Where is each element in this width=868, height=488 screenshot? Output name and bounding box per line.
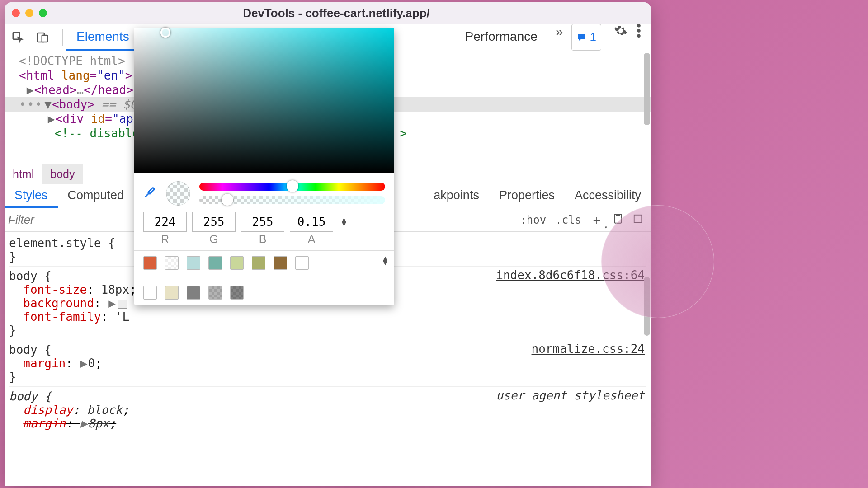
issues-badge[interactable]: 1	[571, 24, 601, 51]
zoom-window[interactable]	[39, 9, 47, 17]
window-controls	[12, 9, 47, 17]
cp-current-color	[166, 181, 190, 206]
svg-point-3	[637, 24, 641, 28]
cp-b-label: B	[241, 233, 284, 246]
window-title: DevTools - coffee-cart.netlify.app/	[56, 6, 617, 20]
dom-doctype: <!DOCTYPE html>	[19, 54, 125, 68]
dom-scrollbar[interactable]	[644, 53, 650, 125]
breadcrumb-html[interactable]: html	[5, 164, 42, 184]
device-toolbar-icon[interactable]	[34, 29, 51, 46]
settings-icon[interactable]	[614, 24, 627, 51]
cp-r-input[interactable]	[143, 212, 187, 232]
tab-breakpoints-fragment[interactable]: akpoints	[424, 184, 489, 208]
cp-value-inputs: ▲▼	[134, 208, 394, 233]
swatch[interactable]	[187, 256, 200, 270]
cls-toggle[interactable]: .cls	[555, 214, 581, 226]
cp-mode-toggle[interactable]: ▲▼	[340, 217, 348, 226]
cp-b-input[interactable]	[241, 212, 284, 232]
svg-point-5	[637, 34, 641, 38]
cp-a-input[interactable]	[290, 212, 333, 232]
swatch[interactable]	[165, 256, 179, 270]
swatch[interactable]	[208, 256, 222, 270]
cursor-highlight-circle	[601, 205, 714, 318]
cp-alpha-slider[interactable]	[199, 196, 385, 204]
svg-rect-2	[42, 35, 48, 42]
more-menu-icon[interactable]	[637, 24, 641, 51]
rule-body-normalize[interactable]: normalize.css:24 body { margin: ▶0; }	[9, 340, 646, 387]
tab-elements[interactable]: Elements	[66, 24, 139, 51]
color-picker: ▲▼ R G B A ▲▼	[134, 28, 394, 305]
svg-rect-7	[617, 214, 620, 216]
tab-elements-label: Elements	[76, 29, 129, 44]
eyedropper-icon[interactable]	[143, 185, 157, 202]
cp-swatch-set-toggle[interactable]: ▲▼	[382, 256, 389, 265]
swatch[interactable]	[143, 256, 157, 270]
inspect-element-icon[interactable]	[10, 29, 26, 46]
rule-source-link[interactable]: normalize.css:24	[532, 342, 645, 356]
color-swatch-icon[interactable]	[118, 300, 127, 309]
cp-field-cursor[interactable]	[160, 28, 170, 38]
more-tabs-icon[interactable]: »	[556, 24, 563, 51]
cp-g-input[interactable]	[192, 212, 236, 232]
minimize-window[interactable]	[25, 9, 33, 17]
swatch[interactable]	[187, 286, 200, 300]
new-style-rule[interactable]: ＋▾	[590, 211, 603, 229]
close-window[interactable]	[12, 9, 20, 17]
swatch[interactable]	[230, 286, 244, 300]
cp-r-label: R	[143, 233, 187, 246]
rule-body-ua[interactable]: user agent stylesheet body { display: bl…	[9, 387, 646, 433]
tab-performance[interactable]: Performance	[455, 24, 547, 51]
swatch[interactable]	[295, 256, 309, 270]
tab-computed[interactable]: Computed	[58, 184, 134, 208]
swatch[interactable]	[143, 286, 157, 300]
swatch[interactable]	[230, 256, 244, 270]
swatch[interactable]	[274, 256, 287, 270]
swatch[interactable]	[208, 286, 222, 300]
separator	[62, 29, 63, 46]
cp-g-label: G	[192, 233, 236, 246]
tab-styles[interactable]: Styles	[5, 184, 58, 208]
issues-icon	[576, 33, 586, 42]
breadcrumb-body[interactable]: body	[42, 164, 83, 184]
tab-accessibility[interactable]: Accessibility	[565, 184, 651, 208]
cp-saturation-field[interactable]	[134, 28, 394, 173]
cp-a-label: A	[290, 233, 333, 246]
cp-hue-slider[interactable]	[199, 183, 385, 191]
tab-properties[interactable]: Properties	[489, 184, 565, 208]
tab-performance-label: Performance	[465, 29, 538, 44]
ua-label: user agent stylesheet	[496, 389, 645, 402]
cp-swatch-palette: ▲▼	[134, 250, 394, 305]
svg-point-4	[637, 29, 641, 33]
issues-count: 1	[590, 30, 596, 44]
swatch[interactable]	[252, 256, 265, 270]
hov-toggle[interactable]: :hov	[520, 214, 546, 226]
titlebar: DevTools - coffee-cart.netlify.app/	[5, 2, 651, 24]
swatch[interactable]	[165, 286, 179, 300]
